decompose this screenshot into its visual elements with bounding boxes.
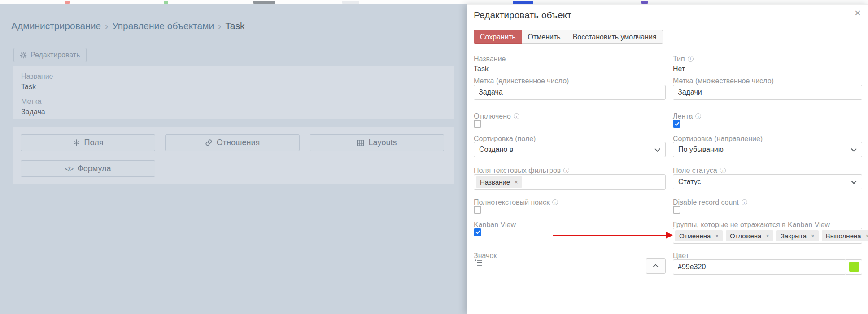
fulltext-search-label: Полнотекстовый поискi (474, 198, 558, 206)
fields-button-label: Поля (84, 138, 104, 147)
name-field-label: Название (474, 55, 506, 63)
form-column-right: Типi Нет Метка (множественное число) Лен… (673, 5, 862, 314)
info-icon[interactable]: i (688, 56, 694, 62)
layouts-button-label: Layouts (368, 138, 397, 147)
disable-record-count-checkbox[interactable] (673, 206, 680, 214)
type-field-value: Нет (673, 65, 685, 73)
annotation-arrow-line (553, 235, 667, 236)
status-field-label: Поле статусаi (673, 167, 726, 175)
kanban-view-checkbox[interactable] (474, 228, 481, 236)
tag-chip: Отменена × (675, 230, 723, 241)
breadcrumb-current: Task (225, 21, 244, 31)
favicon-fragment (65, 1, 70, 4)
favicon-fragment (641, 1, 648, 4)
disabled-checkbox[interactable] (474, 120, 481, 128)
breadcrumb-separator: › (101, 21, 112, 31)
edit-entity-modal: Редактировать объект × Сохранить Отменит… (467, 4, 868, 314)
disabled-label: Отключеноi (474, 112, 519, 120)
chevron-down-icon (851, 178, 857, 184)
sort-field-select[interactable]: Создано в (474, 142, 666, 157)
info-icon[interactable]: i (563, 168, 569, 173)
color-input[interactable] (673, 259, 846, 275)
type-field-label: Типi (673, 55, 694, 63)
stream-checkbox[interactable] (673, 120, 680, 128)
breadcrumb-entity-manager[interactable]: Управление объектами (112, 21, 214, 31)
info-icon[interactable]: i (742, 199, 747, 205)
chevron-down-icon (654, 146, 660, 152)
edit-button[interactable]: Редактировать (13, 48, 87, 62)
status-field-select[interactable]: Статус (673, 174, 862, 189)
favicon-fragment (342, 1, 359, 4)
stream-label: Лентаi (673, 112, 701, 120)
breadcrumb-separator: › (214, 21, 225, 31)
fulltext-search-checkbox[interactable] (474, 206, 481, 214)
gear-icon (20, 52, 27, 59)
tag-chip: Закрыта × (776, 230, 819, 241)
relationships-button-label: Отношения (217, 138, 260, 147)
code-icon: </> (65, 165, 73, 172)
label-singular-label: Метка (единственное число) (474, 77, 569, 85)
check-icon (675, 121, 680, 125)
color-field-label: Цвет (673, 252, 689, 260)
label-label: Метка (21, 98, 446, 106)
entity-info-panel: Название Task Метка Задача (13, 66, 454, 119)
formula-button[interactable]: </> Формула (21, 160, 155, 177)
remove-tag-icon[interactable]: × (715, 233, 719, 239)
color-swatch[interactable] (849, 262, 859, 272)
favicon-fragment (513, 1, 533, 4)
asterisk-icon (73, 139, 80, 146)
breadcrumb-administration[interactable]: Администрирование (11, 21, 101, 31)
tag-chip: Название × (476, 176, 522, 188)
tag-chip: Отложена × (726, 230, 773, 241)
fields-button[interactable]: Поля (21, 134, 155, 151)
kanban-view-label: Kanban View (474, 221, 516, 229)
stream-list-icon[interactable] (474, 258, 483, 268)
color-field-row (673, 259, 862, 275)
form-column-left: Название Task Метка (единственное число)… (474, 5, 666, 314)
name-field-value: Task (474, 65, 489, 73)
chevron-up-icon (653, 264, 659, 270)
favicon-fragment (253, 1, 275, 4)
tag-chip: Выполнена × (822, 230, 868, 241)
label-plural-label: Метка (множественное число) (673, 77, 774, 85)
relationships-button[interactable]: Отношения (165, 134, 300, 151)
edit-button-label: Редактировать (31, 51, 80, 59)
kanban-groups-input[interactable]: Отменена × Отложена × Закрыта × Выполнен… (673, 228, 862, 244)
remove-tag-icon[interactable]: × (515, 179, 518, 185)
label-singular-input[interactable] (474, 85, 666, 100)
breadcrumb: Администрирование›Управление объектами›T… (11, 21, 244, 31)
text-filter-fields-input[interactable]: Название × (474, 174, 666, 190)
link-icon (205, 139, 213, 146)
check-icon (476, 229, 480, 234)
disable-record-count-label: Disable record counti (673, 198, 747, 206)
favicon-fragment (164, 1, 168, 4)
layouts-button[interactable]: Layouts (310, 134, 444, 151)
text-filter-fields-label: Поля текстовых фильтровi (474, 167, 569, 175)
browser-strip (0, 0, 868, 4)
grid-icon (357, 139, 364, 146)
label-value: Задача (21, 108, 446, 116)
remove-tag-icon[interactable]: × (811, 233, 815, 239)
info-icon[interactable]: i (695, 113, 701, 119)
name-label: Название (21, 73, 446, 81)
screen: Администрирование›Управление объектами›T… (0, 0, 868, 314)
info-icon[interactable]: i (552, 199, 558, 205)
collapse-button[interactable] (646, 258, 666, 274)
label-plural-input[interactable] (673, 85, 862, 100)
sort-direction-select[interactable]: По убыванию (673, 142, 862, 157)
name-value: Task (21, 83, 446, 91)
info-icon[interactable]: i (514, 113, 519, 119)
entity-actions-panel: Поля Отношения (13, 127, 454, 184)
info-icon[interactable]: i (720, 168, 726, 173)
remove-tag-icon[interactable]: × (866, 233, 868, 239)
save-button[interactable]: Сохранить (474, 30, 522, 44)
color-picker-addon[interactable] (846, 259, 862, 275)
chevron-down-icon (851, 146, 857, 152)
annotation-arrow-head (666, 232, 673, 239)
formula-button-label: Формула (77, 164, 111, 173)
remove-tag-icon[interactable]: × (766, 233, 769, 239)
